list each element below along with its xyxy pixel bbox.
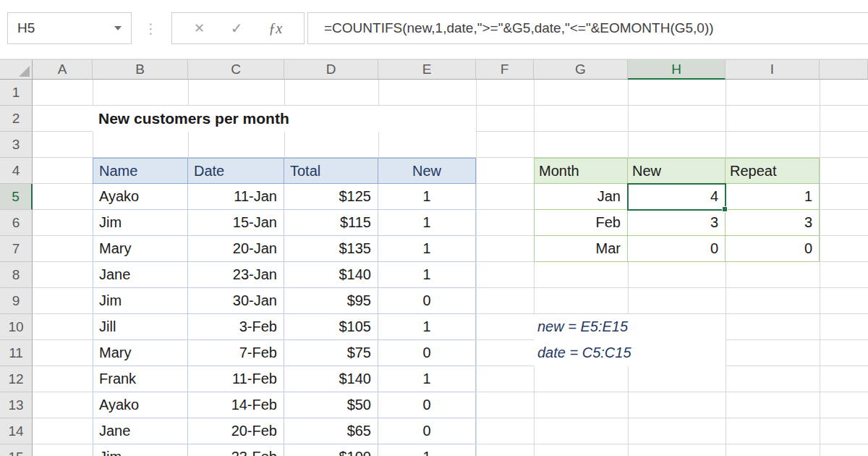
cell-B14[interactable]: Jane — [93, 418, 188, 444]
cell-G4-header-month[interactable]: Month — [534, 158, 628, 184]
cell-B5[interactable]: Ayako — [93, 184, 188, 210]
cell-D10[interactable]: $105 — [284, 314, 378, 340]
cell-E13[interactable]: 0 — [378, 392, 476, 418]
cell-D14[interactable]: $65 — [284, 418, 378, 444]
cell-E14[interactable]: 0 — [378, 418, 476, 444]
formula-bar: H5 ⋮ ✕ ✓ ƒx =COUNTIFS(new,1,date,">="&G5… — [0, 0, 868, 59]
column-header-H-selected[interactable]: H — [628, 59, 726, 80]
cell-D13[interactable]: $50 — [284, 392, 378, 418]
column-header-A[interactable]: A — [33, 59, 93, 80]
cell-B10[interactable]: Jill — [93, 314, 188, 340]
cell-B15[interactable]: Jim — [93, 444, 188, 456]
cell-E8[interactable]: 1 — [378, 262, 476, 288]
row-header-7[interactable]: 7 — [0, 236, 33, 262]
cell-I5[interactable]: 1 — [726, 184, 820, 210]
cell-B8[interactable]: Jane — [93, 262, 188, 288]
cell-B6[interactable]: Jim — [93, 210, 188, 236]
note-cell-G11[interactable]: date = C5:C15 — [534, 340, 726, 366]
row-header-2[interactable]: 2 — [0, 106, 33, 132]
cell-D12[interactable]: $140 — [284, 366, 378, 392]
cell-C15[interactable]: 23-Feb — [188, 444, 284, 456]
cell-D4-header-total[interactable]: Total — [284, 158, 378, 184]
cell-E11[interactable]: 0 — [378, 340, 476, 366]
cell-G5[interactable]: Jan — [534, 184, 628, 210]
cell-H6[interactable]: 3 — [628, 210, 726, 236]
column-header-I[interactable]: I — [726, 59, 820, 80]
row-header-5-selected[interactable]: 5 — [0, 184, 33, 210]
cell-C13[interactable]: 14-Feb — [188, 392, 284, 418]
cell-C7[interactable]: 20-Jan — [188, 236, 284, 262]
row-header-8[interactable]: 8 — [0, 262, 33, 288]
cell-H4-header-new[interactable]: New — [628, 158, 726, 184]
cell-D15[interactable]: $100 — [284, 444, 378, 456]
enter-icon[interactable]: ✓ — [231, 20, 243, 37]
cell-B9[interactable]: Jim — [93, 288, 188, 314]
cell-B12[interactable]: Frank — [93, 366, 188, 392]
cell-G6[interactable]: Feb — [534, 210, 628, 236]
row-header-14[interactable]: 14 — [0, 418, 33, 444]
cell-C9[interactable]: 30-Jan — [188, 288, 284, 314]
splitter-dots-icon[interactable]: ⋮ — [142, 12, 161, 44]
select-all-corner[interactable] — [0, 59, 33, 80]
chevron-down-icon[interactable] — [114, 26, 122, 30]
row-header-4[interactable]: 4 — [0, 158, 33, 184]
row-header-9[interactable]: 9 — [0, 288, 33, 314]
cell-I7[interactable]: 0 — [726, 236, 820, 262]
cell-B13[interactable]: Ayako — [93, 392, 188, 418]
cell-E15[interactable]: 1 — [378, 444, 476, 456]
column-header-D[interactable]: D — [284, 59, 378, 80]
cell-C14[interactable]: 20-Feb — [188, 418, 284, 444]
cell-C12[interactable]: 11-Feb — [188, 366, 284, 392]
cell-E6[interactable]: 1 — [378, 210, 476, 236]
cell-D9[interactable]: $95 — [284, 288, 378, 314]
column-header-B[interactable]: B — [93, 59, 188, 80]
fill-handle[interactable] — [722, 206, 728, 212]
cell-H5-active[interactable]: 4 — [628, 184, 726, 210]
cell-H7[interactable]: 0 — [628, 236, 726, 262]
cancel-icon[interactable]: ✕ — [194, 20, 205, 36]
column-header-F[interactable]: F — [476, 59, 534, 80]
sheet-title-cell-B2[interactable]: New customers per month — [93, 106, 476, 132]
cell-I4-header-repeat[interactable]: Repeat — [726, 158, 820, 184]
column-header-G[interactable]: G — [534, 59, 628, 80]
formula-input[interactable]: =COUNTIFS(new,1,date,">="&G5,date,"<="&E… — [307, 12, 868, 44]
column-header-C[interactable]: C — [188, 59, 284, 80]
cell-E4-header-new[interactable]: New — [378, 158, 476, 184]
cell-E7[interactable]: 1 — [378, 236, 476, 262]
cell-E10[interactable]: 1 — [378, 314, 476, 340]
worksheet-grid: A B C D E F G H I 1 2 3 4 5 6 7 8 9 10 1… — [0, 59, 868, 456]
cell-E9[interactable]: 0 — [378, 288, 476, 314]
cell-B11[interactable]: Mary — [93, 340, 188, 366]
cell-B4-header-name[interactable]: Name — [93, 158, 188, 184]
excel-window: H5 ⋮ ✕ ✓ ƒx =COUNTIFS(new,1,date,">="&G5… — [0, 0, 868, 456]
cell-D5[interactable]: $125 — [284, 184, 378, 210]
cell-C11[interactable]: 7-Feb — [188, 340, 284, 366]
cell-C8[interactable]: 23-Jan — [188, 262, 284, 288]
cell-D7[interactable]: $135 — [284, 236, 378, 262]
row-header-13[interactable]: 13 — [0, 392, 33, 418]
cell-G7[interactable]: Mar — [534, 236, 628, 262]
cell-D6[interactable]: $115 — [284, 210, 378, 236]
row-header-11[interactable]: 11 — [0, 340, 33, 366]
cell-D11[interactable]: $75 — [284, 340, 378, 366]
row-header-1[interactable]: 1 — [0, 80, 33, 106]
row-header-6[interactable]: 6 — [0, 210, 33, 236]
cell-C10[interactable]: 3-Feb — [188, 314, 284, 340]
cell-E12[interactable]: 1 — [378, 366, 476, 392]
column-header-E[interactable]: E — [378, 59, 476, 80]
row-header-15[interactable]: 15 — [0, 444, 33, 456]
cell-D8[interactable]: $140 — [284, 262, 378, 288]
column-header-blank[interactable] — [820, 59, 868, 80]
row-header-10[interactable]: 10 — [0, 314, 33, 340]
cell-I6[interactable]: 3 — [726, 210, 820, 236]
cell-B7[interactable]: Mary — [93, 236, 188, 262]
cell-C6[interactable]: 15-Jan — [188, 210, 284, 236]
insert-function-icon[interactable]: ƒx — [268, 20, 282, 37]
cell-C4-header-date[interactable]: Date — [188, 158, 284, 184]
cell-E5[interactable]: 1 — [378, 184, 476, 210]
name-box[interactable]: H5 — [7, 12, 132, 44]
cell-C5[interactable]: 11-Jan — [188, 184, 284, 210]
row-header-12[interactable]: 12 — [0, 366, 33, 392]
note-cell-G10[interactable]: new = E5:E15 — [534, 314, 726, 340]
row-header-3[interactable]: 3 — [0, 132, 33, 158]
